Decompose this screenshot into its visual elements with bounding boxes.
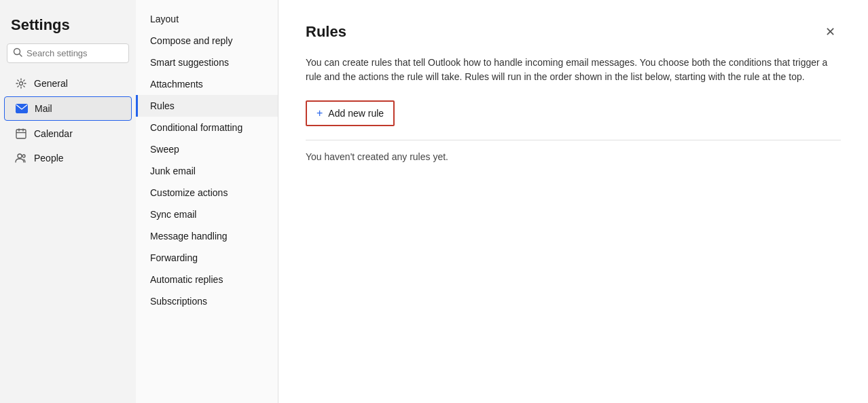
- sidebar-item-people[interactable]: People: [4, 147, 132, 170]
- mid-item-compose-reply[interactable]: Compose and reply: [136, 30, 278, 52]
- mid-item-message-handling[interactable]: Message handling: [136, 225, 278, 247]
- sidebar-item-mail[interactable]: Mail: [4, 96, 132, 121]
- sidebar-title: Settings: [0, 11, 136, 43]
- plus-icon: +: [317, 107, 323, 119]
- search-icon: [13, 47, 22, 59]
- search-box[interactable]: [7, 43, 129, 63]
- mid-item-conditional-formatting[interactable]: Conditional formatting: [136, 117, 278, 138]
- settings-window: Settings General: [0, 0, 868, 403]
- add-rule-button[interactable]: + Add new rule: [306, 100, 395, 126]
- rules-description: You can create rules that tell Outlook h…: [306, 56, 841, 84]
- svg-point-9: [22, 155, 25, 157]
- gear-icon: [15, 77, 27, 90]
- main-content: Rules ✕ You can create rules that tell O…: [278, 0, 868, 403]
- no-rules-text: You haven't created any rules yet.: [306, 151, 841, 162]
- close-button[interactable]: ✕: [820, 22, 841, 42]
- mid-item-smart-suggestions[interactable]: Smart suggestions: [136, 52, 278, 73]
- mid-item-junk-email[interactable]: Junk email: [136, 160, 278, 182]
- sidebar-item-calendar-label: Calendar: [34, 128, 73, 139]
- sidebar-item-mail-label: Mail: [35, 103, 52, 114]
- svg-rect-4: [16, 130, 26, 138]
- divider: [306, 140, 841, 140]
- svg-point-2: [20, 82, 23, 85]
- page-title: Rules: [306, 23, 346, 41]
- sidebar-item-general[interactable]: General: [4, 72, 132, 95]
- main-header: Rules ✕: [306, 22, 841, 42]
- mid-item-attachments[interactable]: Attachments: [136, 73, 278, 95]
- mid-item-forwarding[interactable]: Forwarding: [136, 247, 278, 269]
- mid-item-customize-actions[interactable]: Customize actions: [136, 182, 278, 204]
- sidebar-item-people-label: People: [34, 153, 64, 164]
- mid-item-sweep[interactable]: Sweep: [136, 138, 278, 160]
- sidebar: Settings General: [0, 0, 136, 403]
- svg-line-1: [20, 54, 22, 57]
- mid-item-rules[interactable]: Rules: [136, 95, 278, 117]
- calendar-icon: [15, 128, 27, 140]
- sidebar-item-calendar[interactable]: Calendar: [4, 122, 132, 145]
- mid-panel: Layout Compose and reply Smart suggestio…: [136, 0, 278, 403]
- add-rule-label: Add new rule: [328, 108, 384, 119]
- mid-item-automatic-replies[interactable]: Automatic replies: [136, 269, 278, 290]
- mid-item-subscriptions[interactable]: Subscriptions: [136, 290, 278, 312]
- svg-point-8: [18, 154, 22, 158]
- search-input[interactable]: [26, 48, 123, 58]
- mail-icon: [16, 102, 28, 115]
- sidebar-item-general-label: General: [34, 78, 68, 89]
- mid-item-sync-email[interactable]: Sync email: [136, 204, 278, 225]
- mid-item-layout[interactable]: Layout: [136, 8, 278, 30]
- people-icon: [15, 152, 27, 164]
